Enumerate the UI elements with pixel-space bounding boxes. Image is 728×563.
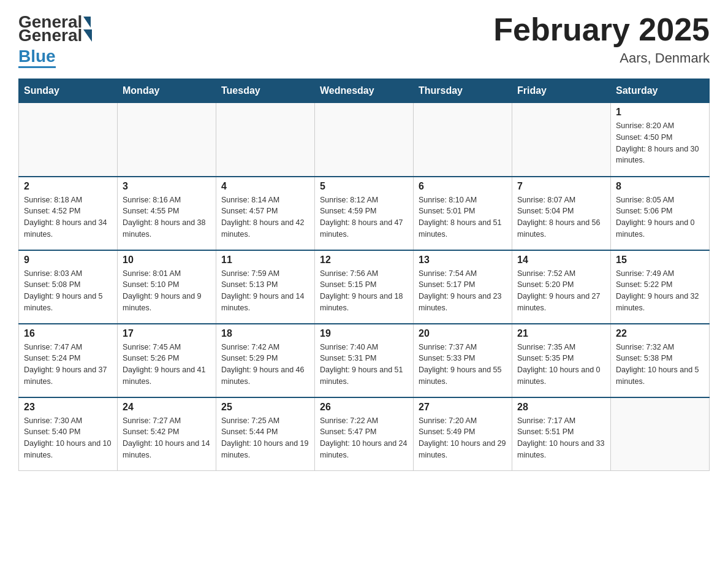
title-section: February 2025 Aars, Denmark	[493, 12, 710, 66]
day-number: 14	[517, 255, 605, 266]
calendar-cell: 18Sunrise: 7:42 AM Sunset: 5:29 PM Dayli…	[216, 324, 315, 397]
day-info: Sunrise: 8:18 AM Sunset: 4:52 PM Dayligh…	[24, 194, 112, 240]
day-number: 8	[616, 181, 704, 192]
header-sunday: Sunday	[19, 79, 118, 103]
day-info: Sunrise: 8:05 AM Sunset: 5:06 PM Dayligh…	[616, 194, 704, 240]
calendar-cell: 20Sunrise: 7:37 AM Sunset: 5:33 PM Dayli…	[414, 324, 512, 397]
day-info: Sunrise: 8:03 AM Sunset: 5:08 PM Dayligh…	[24, 268, 112, 314]
day-info: Sunrise: 7:35 AM Sunset: 5:35 PM Dayligh…	[517, 342, 605, 388]
calendar-cell: 12Sunrise: 7:56 AM Sunset: 5:15 PM Dayli…	[315, 250, 414, 324]
day-info: Sunrise: 8:12 AM Sunset: 4:59 PM Dayligh…	[320, 194, 408, 240]
calendar-cell: 26Sunrise: 7:22 AM Sunset: 5:47 PM Dayli…	[315, 397, 414, 471]
day-info: Sunrise: 7:17 AM Sunset: 5:51 PM Dayligh…	[517, 415, 605, 461]
day-info: Sunrise: 7:40 AM Sunset: 5:31 PM Dayligh…	[320, 342, 408, 388]
day-info: Sunrise: 8:01 AM Sunset: 5:10 PM Dayligh…	[123, 268, 211, 314]
calendar-week-row: 1Sunrise: 8:20 AM Sunset: 4:50 PM Daylig…	[19, 103, 710, 177]
calendar-cell	[512, 103, 611, 177]
calendar-cell: 11Sunrise: 7:59 AM Sunset: 5:13 PM Dayli…	[216, 250, 315, 324]
calendar-cell: 4Sunrise: 8:14 AM Sunset: 4:57 PM Daylig…	[216, 177, 315, 250]
logo-general-text2: General	[18, 26, 82, 45]
month-title: February 2025	[493, 12, 710, 47]
day-number: 20	[419, 328, 507, 339]
calendar-week-row: 23Sunrise: 7:30 AM Sunset: 5:40 PM Dayli…	[19, 397, 710, 471]
calendar-cell: 14Sunrise: 7:52 AM Sunset: 5:20 PM Dayli…	[512, 250, 611, 324]
calendar-cell: 2Sunrise: 8:18 AM Sunset: 4:52 PM Daylig…	[19, 177, 118, 250]
logo-triangle-icon	[83, 29, 92, 42]
calendar-cell: 27Sunrise: 7:20 AM Sunset: 5:49 PM Dayli…	[414, 397, 512, 471]
day-info: Sunrise: 7:49 AM Sunset: 5:22 PM Dayligh…	[616, 268, 704, 314]
day-number: 21	[517, 328, 605, 339]
day-number: 27	[419, 402, 507, 413]
day-number: 17	[123, 328, 211, 339]
day-number: 13	[419, 255, 507, 266]
calendar-cell	[19, 103, 118, 177]
day-info: Sunrise: 7:37 AM Sunset: 5:33 PM Dayligh…	[419, 342, 507, 388]
day-number: 9	[24, 255, 112, 266]
day-number: 1	[616, 107, 704, 118]
header-monday: Monday	[118, 79, 216, 103]
day-number: 18	[221, 328, 309, 339]
day-info: Sunrise: 7:30 AM Sunset: 5:40 PM Dayligh…	[24, 415, 112, 461]
day-info: Sunrise: 7:47 AM Sunset: 5:24 PM Dayligh…	[24, 342, 112, 388]
day-info: Sunrise: 8:14 AM Sunset: 4:57 PM Dayligh…	[221, 194, 309, 240]
calendar-cell: 15Sunrise: 7:49 AM Sunset: 5:22 PM Dayli…	[611, 250, 710, 324]
calendar-week-row: 9Sunrise: 8:03 AM Sunset: 5:08 PM Daylig…	[19, 250, 710, 324]
day-number: 3	[123, 181, 211, 192]
day-info: Sunrise: 7:20 AM Sunset: 5:49 PM Dayligh…	[419, 415, 507, 461]
logo: General General Blue	[18, 12, 92, 66]
calendar-cell: 7Sunrise: 8:07 AM Sunset: 5:04 PM Daylig…	[512, 177, 611, 250]
day-info: Sunrise: 7:45 AM Sunset: 5:26 PM Dayligh…	[123, 342, 211, 388]
header-thursday: Thursday	[414, 79, 512, 103]
day-number: 6	[419, 181, 507, 192]
day-number: 11	[221, 255, 309, 266]
calendar-cell: 13Sunrise: 7:54 AM Sunset: 5:17 PM Dayli…	[414, 250, 512, 324]
day-number: 23	[24, 402, 112, 413]
calendar-cell: 28Sunrise: 7:17 AM Sunset: 5:51 PM Dayli…	[512, 397, 611, 471]
day-number: 24	[123, 402, 211, 413]
day-number: 16	[24, 328, 112, 339]
day-number: 26	[320, 402, 408, 413]
calendar-cell	[611, 397, 710, 471]
day-info: Sunrise: 7:59 AM Sunset: 5:13 PM Dayligh…	[221, 268, 309, 314]
calendar-week-row: 2Sunrise: 8:18 AM Sunset: 4:52 PM Daylig…	[19, 177, 710, 250]
day-info: Sunrise: 7:54 AM Sunset: 5:17 PM Dayligh…	[419, 268, 507, 314]
day-number: 25	[221, 402, 309, 413]
day-number: 19	[320, 328, 408, 339]
header-saturday: Saturday	[611, 79, 710, 103]
calendar-cell: 25Sunrise: 7:25 AM Sunset: 5:44 PM Dayli…	[216, 397, 315, 471]
day-number: 5	[320, 181, 408, 192]
calendar-week-row: 16Sunrise: 7:47 AM Sunset: 5:24 PM Dayli…	[19, 324, 710, 397]
calendar-cell: 10Sunrise: 8:01 AM Sunset: 5:10 PM Dayli…	[118, 250, 216, 324]
day-number: 28	[517, 402, 605, 413]
day-number: 12	[320, 255, 408, 266]
calendar-cell: 19Sunrise: 7:40 AM Sunset: 5:31 PM Dayli…	[315, 324, 414, 397]
calendar-cell: 5Sunrise: 8:12 AM Sunset: 4:59 PM Daylig…	[315, 177, 414, 250]
day-number: 4	[221, 181, 309, 192]
calendar-cell: 17Sunrise: 7:45 AM Sunset: 5:26 PM Dayli…	[118, 324, 216, 397]
page-header: General General Blue February 2025 Aars,…	[18, 12, 710, 66]
header-wednesday: Wednesday	[315, 79, 414, 103]
calendar-cell: 16Sunrise: 7:47 AM Sunset: 5:24 PM Dayli…	[19, 324, 118, 397]
calendar-cell	[216, 103, 315, 177]
day-info: Sunrise: 7:52 AM Sunset: 5:20 PM Dayligh…	[517, 268, 605, 314]
calendar-cell: 24Sunrise: 7:27 AM Sunset: 5:42 PM Dayli…	[118, 397, 216, 471]
day-info: Sunrise: 7:42 AM Sunset: 5:29 PM Dayligh…	[221, 342, 309, 388]
header-tuesday: Tuesday	[216, 79, 315, 103]
day-info: Sunrise: 7:56 AM Sunset: 5:15 PM Dayligh…	[320, 268, 408, 314]
calendar-header-row: Sunday Monday Tuesday Wednesday Thursday…	[19, 79, 710, 103]
day-info: Sunrise: 8:07 AM Sunset: 5:04 PM Dayligh…	[517, 194, 605, 240]
day-number: 10	[123, 255, 211, 266]
calendar-cell: 9Sunrise: 8:03 AM Sunset: 5:08 PM Daylig…	[19, 250, 118, 324]
calendar-cell: 23Sunrise: 7:30 AM Sunset: 5:40 PM Dayli…	[19, 397, 118, 471]
day-info: Sunrise: 7:25 AM Sunset: 5:44 PM Dayligh…	[221, 415, 309, 461]
calendar-table: Sunday Monday Tuesday Wednesday Thursday…	[18, 79, 710, 471]
day-number: 7	[517, 181, 605, 192]
day-info: Sunrise: 7:22 AM Sunset: 5:47 PM Dayligh…	[320, 415, 408, 461]
calendar-cell: 8Sunrise: 8:05 AM Sunset: 5:06 PM Daylig…	[611, 177, 710, 250]
day-number: 22	[616, 328, 704, 339]
calendar-cell: 6Sunrise: 8:10 AM Sunset: 5:01 PM Daylig…	[414, 177, 512, 250]
calendar-cell: 1Sunrise: 8:20 AM Sunset: 4:50 PM Daylig…	[611, 103, 710, 177]
day-info: Sunrise: 8:20 AM Sunset: 4:50 PM Dayligh…	[616, 120, 704, 166]
calendar-cell	[414, 103, 512, 177]
day-info: Sunrise: 7:27 AM Sunset: 5:42 PM Dayligh…	[123, 415, 211, 461]
